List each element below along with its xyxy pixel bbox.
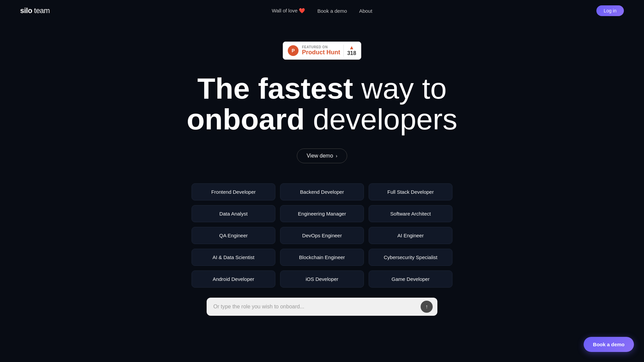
nav-link-wall-of-love[interactable]: Wall of love ❤️ <box>272 8 305 14</box>
role-btn-backend-developer[interactable]: Backend Developer <box>280 183 364 200</box>
hero-title-onboard: onboard <box>187 103 305 136</box>
role-btn-cybersecurity-specialist[interactable]: Cybersecurity Specialist <box>369 249 452 266</box>
nav-links: Wall of love ❤️ Book a demo About <box>272 8 372 14</box>
navbar: silo team Wall of love ❤️ Book a demo Ab… <box>0 0 644 21</box>
product-hunt-count: 318 <box>347 50 356 56</box>
product-hunt-arrow: ▲ <box>349 45 355 50</box>
product-hunt-name: Product Hunt <box>302 49 340 56</box>
view-demo-button[interactable]: View demo › <box>297 148 347 163</box>
login-button[interactable]: Log in <box>596 5 624 16</box>
product-hunt-icon: P <box>288 45 299 56</box>
view-demo-label: View demo <box>307 153 333 159</box>
logo-text-thin: team <box>32 6 50 15</box>
logo-text-bold: silo <box>20 6 32 15</box>
product-hunt-badge[interactable]: P FEATURED ON Product Hunt ▲ 318 <box>283 42 361 60</box>
hero-section: P FEATURED ON Product Hunt ▲ 318 The fas… <box>0 21 644 329</box>
role-btn-full-stack-developer[interactable]: Full Stack Developer <box>369 183 452 200</box>
role-btn-engineering-manager[interactable]: Engineering Manager <box>280 205 364 222</box>
role-btn-software-architect[interactable]: Software Architect <box>369 205 452 222</box>
product-hunt-divider <box>343 45 344 57</box>
role-grid: Frontend DeveloperBackend DeveloperFull … <box>192 183 452 288</box>
hero-title-bold: The fastest <box>197 72 353 105</box>
role-btn-game-developer[interactable]: Game Developer <box>369 270 452 288</box>
role-input[interactable] <box>213 304 419 310</box>
role-btn-blockchain-engineer[interactable]: Blockchain Engineer <box>280 249 364 266</box>
product-hunt-votes: ▲ 318 <box>347 45 356 56</box>
floating-book-demo-button[interactable]: Book a demo <box>584 337 634 352</box>
nav-link-book-demo[interactable]: Book a demo <box>317 8 347 14</box>
role-btn-ios-developer[interactable]: iOS Developer <box>280 270 364 288</box>
hero-title-way: way to <box>353 72 447 105</box>
view-demo-arrow-icon: › <box>336 153 337 159</box>
product-hunt-text: FEATURED ON Product Hunt <box>302 45 340 56</box>
role-submit-button[interactable]: ↑ <box>421 301 433 313</box>
hero-title-developers: developers <box>305 103 458 136</box>
nav-right: Log in <box>596 5 624 16</box>
role-btn-frontend-developer[interactable]: Frontend Developer <box>192 183 275 200</box>
role-btn-qa-engineer[interactable]: QA Engineer <box>192 227 275 244</box>
role-input-container: ↑ <box>207 298 437 316</box>
hero-title: The fastest way to onboard developers <box>187 73 458 135</box>
logo[interactable]: silo team <box>20 6 50 15</box>
role-submit-icon: ↑ <box>425 304 428 310</box>
nav-link-about[interactable]: About <box>359 8 372 14</box>
role-btn-android-developer[interactable]: Android Developer <box>192 270 275 288</box>
role-btn-devops-engineer[interactable]: DevOps Engineer <box>280 227 364 244</box>
role-btn-ai-data-scientist[interactable]: AI & Data Scientist <box>192 249 275 266</box>
role-btn-data-analyst[interactable]: Data Analyst <box>192 205 275 222</box>
product-hunt-label: FEATURED ON <box>302 45 328 49</box>
role-btn-ai-engineer[interactable]: AI Engineer <box>369 227 452 244</box>
